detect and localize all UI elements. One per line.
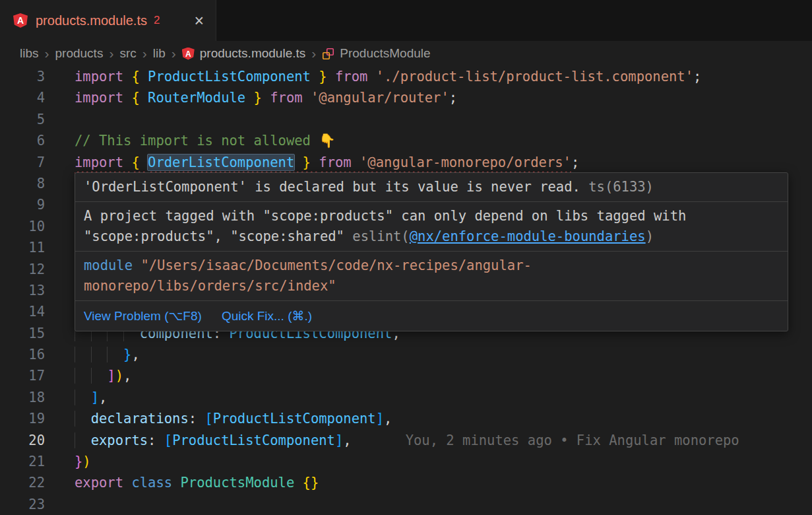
code-line[interactable]: 5 (0, 109, 812, 130)
code-token: class (131, 475, 180, 491)
line-number[interactable]: 15 (0, 323, 45, 344)
line-number[interactable]: 22 (0, 472, 45, 493)
line-number[interactable]: 19 (0, 408, 45, 429)
code-text: ]), (75, 365, 131, 386)
code-line[interactable]: 22export class ProductsModule {} (0, 472, 812, 493)
breadcrumb-item-libs[interactable]: libs (20, 46, 39, 61)
breadcrumb-file-label: products.module.ts (200, 46, 306, 61)
code-token: } (245, 90, 270, 106)
diagnostic-source: ts(6133) (588, 179, 654, 195)
vscode-editor-window: A products.module.ts 2 × libs › products… (0, 0, 812, 515)
breadcrumb-item-file[interactable]: A products.module.ts (182, 46, 306, 61)
hover-actions: View Problem (⌥F8) Quick Fix... (⌘.) (75, 301, 788, 331)
code-text: exports: [ProductListComponent],You, 2 m… (75, 430, 739, 451)
code-token: ) (115, 368, 123, 384)
code-text: export class ProductsModule {} (75, 472, 319, 493)
code-line[interactable]: 20 exports: [ProductListComponent],You, … (0, 430, 812, 451)
line-number[interactable]: 20 (0, 430, 45, 451)
code-text: ], (75, 387, 107, 408)
hover-module-info: module "/Users/isaac/Documents/code/nx-r… (75, 252, 788, 301)
line-number[interactable]: 23 (0, 494, 45, 515)
code-line[interactable]: 21}) (0, 451, 812, 472)
code-token (75, 347, 123, 362)
line-number[interactable]: 7 (0, 152, 45, 173)
breadcrumb-item-products[interactable]: products (55, 46, 104, 61)
code-line[interactable]: 7import { OrderListComponent } from '@an… (0, 152, 812, 173)
code-token: {} (303, 475, 319, 491)
code-token (75, 411, 91, 427)
hover-popup: 'OrderListComponent' is declared but its… (75, 172, 788, 331)
quick-fix-action[interactable]: Quick Fix... (⌘.) (222, 306, 312, 326)
line-number[interactable]: 5 (0, 109, 45, 130)
code-token: [ (164, 432, 172, 448)
code-token: '@angular/router' (311, 90, 449, 106)
tab-title: products.module.ts (36, 13, 147, 28)
line-number[interactable]: 14 (0, 301, 45, 322)
line-number[interactable]: 18 (0, 387, 45, 408)
breadcrumb-item-symbol[interactable]: ProductsModule (322, 46, 430, 61)
line-number[interactable]: 4 (0, 87, 45, 108)
eslint-rule-link[interactable]: @nx/enforce-module-boundaries (410, 228, 646, 244)
line-number[interactable]: 11 (0, 237, 45, 258)
code-token: import (75, 154, 131, 170)
line-number[interactable]: 12 (0, 259, 45, 280)
code-token: , (123, 368, 131, 384)
close-icon[interactable]: × (194, 13, 204, 29)
code-token: ; (693, 69, 701, 85)
code-line[interactable]: 6// This import is not allowed 👇 (0, 130, 812, 151)
code-line[interactable]: 18 ], (0, 387, 812, 408)
line-number[interactable]: 16 (0, 344, 45, 365)
code-line[interactable]: 3import { ProductListComponent } from '.… (0, 66, 812, 87)
line-number[interactable]: 17 (0, 365, 45, 386)
line-number[interactable]: 10 (0, 216, 45, 237)
code-token: : (189, 411, 205, 427)
line-number[interactable]: 21 (0, 451, 45, 472)
breadcrumb-item-src[interactable]: src (119, 46, 136, 61)
code-token: } (294, 154, 319, 170)
view-problem-action[interactable]: View Problem (⌥F8) (84, 306, 202, 326)
code-token: } (123, 347, 131, 362)
eslint-source-suffix: ) (646, 228, 654, 244)
code-token: ; (571, 154, 579, 170)
code-text: declarations: [ProductListComponent], (75, 408, 392, 429)
pointing-down-emoji: 👇 (319, 133, 336, 149)
tab-bar: A products.module.ts 2 × (0, 0, 812, 41)
breadcrumb: libs › products › src › lib › A products… (0, 41, 812, 66)
code-token: ; (449, 90, 457, 106)
code-token: : (148, 432, 164, 448)
code-token: import (75, 69, 131, 85)
symbol-class-icon (322, 48, 334, 60)
code-line[interactable]: 16 }, (0, 344, 812, 365)
code-token (75, 368, 107, 384)
code-token: RouterModule (148, 90, 245, 106)
line-number[interactable]: 9 (0, 194, 45, 215)
angular-icon: A (182, 48, 195, 60)
code-line[interactable]: 23 (0, 494, 812, 515)
code-text: import { ProductListComponent } from './… (75, 66, 701, 87)
code-token: } (311, 69, 335, 85)
code-line[interactable]: 4import { RouterModule } from '@angular/… (0, 87, 812, 108)
line-number[interactable]: 8 (0, 173, 45, 194)
code-token: '@angular-monorepo/orders' (359, 154, 571, 170)
breadcrumb-item-lib[interactable]: lib (153, 46, 166, 61)
code-token: from (270, 90, 311, 106)
code-token: , (99, 390, 107, 405)
line-number[interactable]: 3 (0, 66, 45, 87)
line-number[interactable]: 6 (0, 130, 45, 151)
module-path: "/Users/isaac/Documents/code/nx-recipes/… (84, 258, 532, 294)
code-token: './product-list/product-list.component' (376, 69, 693, 85)
code-token: [ (204, 411, 212, 427)
chevron-right-icon: › (311, 46, 316, 61)
code-line[interactable]: 19 declarations: [ProductListComponent], (0, 408, 812, 429)
code-token: ProductListComponent (172, 432, 335, 448)
code-line[interactable]: 17 ]), (0, 365, 812, 386)
code-text: }) (75, 451, 91, 472)
code-token: { (131, 90, 148, 106)
code-text: }, (75, 344, 140, 365)
code-text: import { RouterModule } from '@angular/r… (75, 87, 457, 108)
code-token: exports (91, 432, 148, 448)
line-number[interactable]: 13 (0, 280, 45, 301)
code-text: import { OrderListComponent } from '@ang… (75, 152, 579, 173)
chevron-right-icon: › (142, 46, 147, 61)
tab-products-module[interactable]: A products.module.ts 2 × (0, 0, 216, 41)
